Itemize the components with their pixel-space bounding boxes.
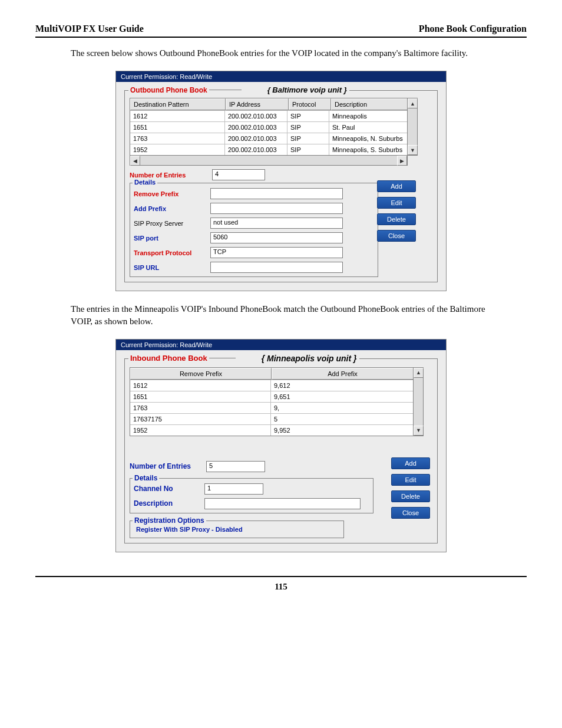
outbound-fieldset: Outbound Phone Book { Baltimore voip uni…	[124, 90, 438, 282]
sip-port-value: 5060	[210, 232, 343, 243]
scroll-up-icon[interactable]: ▲	[414, 368, 424, 378]
remove-prefix-value	[210, 188, 343, 199]
scroll-left-icon[interactable]: ◀	[130, 156, 140, 166]
table-row[interactable]: 1651 200.002.010.003 SIP St. Paul	[130, 122, 407, 133]
col-add-prefix[interactable]: Add Prefix	[272, 368, 413, 380]
edit-button[interactable]: Edit	[377, 197, 416, 209]
inbound-titlebar: Current Permission: Read/Write	[116, 340, 446, 350]
close-button[interactable]: Close	[377, 230, 416, 242]
paragraph-1: The screen below shows Outbound PhoneBoo…	[71, 47, 491, 59]
outbound-legend: Outbound Phone Book	[128, 86, 209, 94]
scroll-up-icon[interactable]: ▲	[408, 98, 418, 108]
footer-rule	[35, 576, 527, 577]
transport-value: TCP	[210, 247, 343, 258]
table-row[interactable]: 1763 200.002.010.003 SIP Minneapolis, N.…	[130, 133, 407, 144]
add-prefix-value	[210, 203, 343, 214]
details-fieldset: Details Channel No 1 Description	[130, 478, 373, 513]
col-destination[interactable]: Destination Pattern	[130, 98, 226, 110]
details-legend: Details	[133, 179, 157, 186]
sip-url-value	[210, 262, 343, 273]
outbound-annotation: { Baltimore voip unit }	[265, 85, 349, 94]
table-row[interactable]: 1763 9,	[130, 403, 413, 414]
add-button[interactable]: Add	[391, 457, 430, 469]
col-protocol[interactable]: Protocol	[289, 98, 331, 110]
delete-button[interactable]: Delete	[377, 213, 416, 225]
close-button[interactable]: Close	[391, 507, 430, 519]
details-legend: Details	[133, 474, 159, 482]
sip-proxy-value: not used	[210, 218, 343, 229]
table-header: Destination Pattern IP Address Protocol …	[130, 98, 407, 111]
table-row[interactable]: 17637175 5	[130, 414, 413, 425]
inbound-annotation: { Minneapolis voip unit }	[259, 354, 359, 363]
sip-port-label: SIP port	[134, 235, 210, 242]
channel-no-value: 1	[204, 483, 263, 495]
page-header: MultiVOIP FX User Guide Phone Book Confi…	[35, 24, 527, 38]
channel-no-label: Channel No	[134, 485, 204, 493]
sip-url-label: SIP URL	[134, 264, 210, 271]
header-left: MultiVOIP FX User Guide	[35, 24, 144, 34]
num-entries-value: 5	[206, 461, 265, 472]
num-entries-label: Number of Entries	[130, 172, 212, 179]
outbound-window: Current Permission: Read/Write Outbound …	[115, 71, 447, 291]
table-row[interactable]: 1952 200.002.010.003 SIP Minneapolis, S.…	[130, 144, 407, 155]
details-fieldset: Details Remove Prefix Add Prefix SIP Pro…	[130, 183, 378, 277]
scroll-right-icon[interactable]: ▶	[397, 156, 407, 166]
inbound-legend: Inbound Phone Book	[128, 354, 209, 363]
table-header: Remove Prefix Add Prefix	[130, 368, 413, 380]
scroll-down-icon[interactable]: ▼	[414, 426, 424, 436]
num-entries-label: Number of Entries	[130, 462, 206, 470]
horizontal-scrollbar[interactable]: ◀ ▶	[130, 156, 408, 166]
inbound-window: Current Permission: Read/Write Inbound P…	[115, 339, 447, 552]
page-number: 115	[35, 582, 527, 592]
outbound-table[interactable]: Destination Pattern IP Address Protocol …	[130, 98, 408, 156]
description-value	[204, 498, 361, 509]
scroll-down-icon[interactable]: ▼	[408, 145, 418, 155]
vertical-scrollbar[interactable]: ▲ ▼	[414, 367, 424, 436]
description-label: Description	[134, 499, 204, 508]
registration-options-fieldset: Registration Options Register With SIP P…	[130, 521, 344, 538]
add-prefix-label: Add Prefix	[134, 205, 210, 212]
header-right: Phone Book Configuration	[419, 24, 527, 34]
sip-proxy-label: SIP Proxy Server	[134, 220, 210, 227]
paragraph-2: The entries in the Minneapolis VOIP's In…	[71, 303, 491, 327]
edit-button[interactable]: Edit	[391, 474, 430, 486]
table-row[interactable]: 1612 9,612	[130, 380, 413, 391]
remove-prefix-label: Remove Prefix	[134, 190, 210, 197]
vertical-scrollbar[interactable]: ▲ ▼	[408, 98, 418, 156]
registration-legend: Registration Options	[133, 516, 206, 525]
col-ip[interactable]: IP Address	[226, 98, 289, 110]
table-row[interactable]: 1952 9,952	[130, 425, 413, 436]
delete-button[interactable]: Delete	[391, 490, 430, 502]
table-row[interactable]: 1651 9,651	[130, 391, 413, 403]
inbound-table[interactable]: Remove Prefix Add Prefix 1612 9,612 1651…	[130, 367, 414, 436]
outbound-titlebar: Current Permission: Read/Write	[116, 71, 446, 82]
col-remove-prefix[interactable]: Remove Prefix	[130, 368, 272, 380]
transport-label: Transport Protocol	[134, 249, 210, 256]
inbound-fieldset: Inbound Phone Book { Minneapolis voip un…	[124, 358, 438, 543]
col-description[interactable]: Description	[331, 98, 407, 110]
table-row[interactable]: 1612 200.002.010.003 SIP Minneapolis	[130, 111, 407, 122]
add-button[interactable]: Add	[377, 180, 416, 192]
num-entries-value: 4	[212, 169, 265, 180]
